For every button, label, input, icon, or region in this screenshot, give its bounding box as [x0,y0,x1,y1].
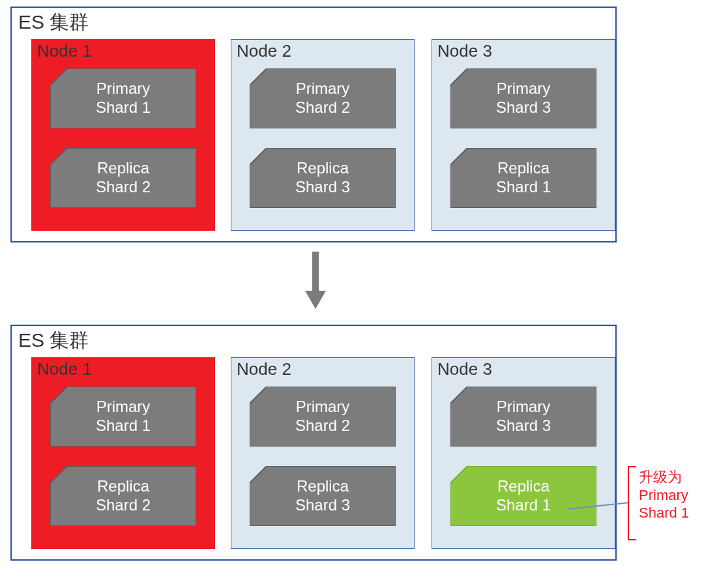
callout-line1: 升级为 [639,468,689,486]
shard-line1: Primary [497,80,551,98]
node-3: Node 3 Primary Shard 3 Replica Shard 1 [432,39,615,231]
shard-line2: Shard 3 [496,417,551,435]
node-label: Node 1 [37,359,92,379]
node-label: Node 1 [37,41,92,61]
replica-shard-2: Replica Shard 2 [50,466,196,526]
callout-label: 升级为 Primary Shard 1 [623,468,695,537]
callout-line3: Shard 1 [639,504,689,522]
shard-line2: Shard 2 [295,98,350,117]
shard-line2: Shard 2 [96,178,151,197]
cluster-title: ES 集群 [18,327,89,354]
shard-line1: Replica [297,477,349,496]
primary-shard-1: Primary Shard 1 [50,68,196,128]
primary-shard-2: Primary Shard 2 [250,68,396,128]
shard-line2: Shard 1 [496,496,551,515]
shard-line1: Primary [96,398,151,417]
node-label: Node 2 [237,41,291,61]
node-3: Node 3 Primary Shard 3 Replica Shard 1 [432,357,615,549]
cluster-before: ES 集群 Node 1 Primary Shard 1 Replica Sha… [10,7,617,243]
primary-shard-3: Primary Shard 3 [450,68,596,128]
primary-shard-2: Primary Shard 2 [250,387,396,447]
shard-line1: Primary [96,80,151,98]
node-1: Node 1 Primary Shard 1 Replica Shard 2 [31,357,215,549]
shard-line1: Replica [97,477,149,496]
primary-shard-1: Primary Shard 1 [50,387,196,447]
shard-line1: Replica [97,159,149,178]
node-2: Node 2 Primary Shard 2 Replica Shard 3 [231,39,415,231]
node-label: Node 3 [437,359,492,379]
shard-line2: Shard 1 [96,98,151,117]
shard-line1: Primary [296,80,350,98]
replica-shard-1: Replica Shard 1 [450,148,596,208]
replica-shard-1-promoted: Replica Shard 1 [450,466,596,526]
shard-line1: Primary [497,398,551,417]
arrow-down-icon [305,252,326,309]
shard-line2: Shard 1 [96,417,151,435]
shard-line1: Replica [297,159,349,178]
node-2: Node 2 Primary Shard 2 Replica Shard 3 [231,357,415,549]
primary-shard-3: Primary Shard 3 [450,387,596,447]
node-label: Node 3 [437,41,492,61]
shard-line2: Shard 1 [496,178,551,197]
cluster-title: ES 集群 [18,9,89,36]
svg-rect-6 [312,252,319,292]
shard-line2: Shard 3 [295,496,350,515]
shard-line1: Replica [497,477,550,496]
shard-line2: Shard 3 [295,178,350,197]
replica-shard-3: Replica Shard 3 [250,466,396,526]
shard-line1: Primary [296,398,350,417]
callout-line2: Primary [639,486,689,505]
cluster-after: ES 集群 Node 1 Primary Shard 1 Replica Sha… [10,325,617,561]
shard-line2: Shard 3 [496,98,551,117]
node-1: Node 1 Primary Shard 1 Replica Shard 2 [31,39,215,231]
shard-line2: Shard 2 [295,417,350,435]
replica-shard-2: Replica Shard 2 [50,148,196,208]
svg-marker-7 [305,291,326,309]
shard-line2: Shard 2 [96,496,151,515]
shard-line1: Replica [497,159,550,178]
replica-shard-3: Replica Shard 3 [250,148,396,208]
node-label: Node 2 [237,359,291,379]
